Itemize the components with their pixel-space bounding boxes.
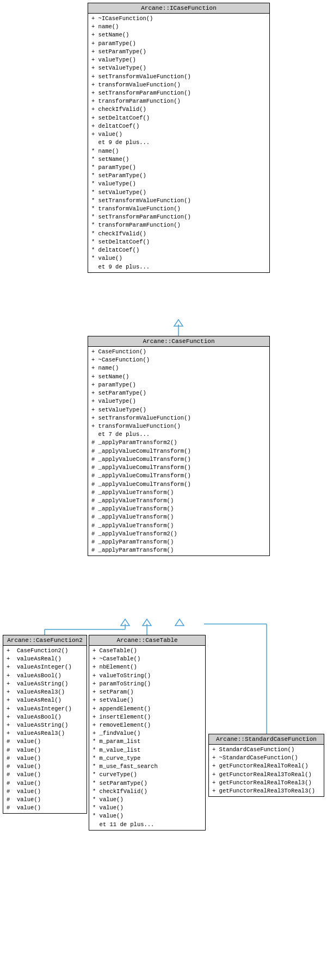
icase-member-12: + setDeltatCoef() — [91, 114, 266, 122]
case-table-title: Arcane::CaseTable — [89, 635, 205, 646]
case-function-title: Arcane::CaseFunction — [88, 336, 269, 347]
icase-member-13: + deltatCoef() — [91, 122, 266, 130]
cf-member-0: + CaseFunction() — [91, 348, 266, 356]
icase-member-30: et 9 de plus... — [91, 263, 266, 271]
cf-member-3: + setName() — [91, 373, 266, 381]
cf-member-23: # _applyParamTransform() — [91, 538, 266, 546]
cf-member-19: # _applyValueTransform() — [91, 505, 266, 513]
ct-member-8: + insertElement() — [92, 713, 202, 721]
icase-member-4: + setParamType() — [91, 48, 266, 56]
icase-member-19: * setParamType() — [91, 172, 266, 180]
icase-member-9: + setTransformParamFunction() — [91, 89, 266, 97]
cf-member-15: # _applyValueComulTransform() — [91, 472, 266, 480]
case-function2-box: Arcane::CaseFunction2 + CaseFunction2() … — [3, 635, 87, 814]
ct-member-21: et 11 de plus... — [92, 821, 202, 829]
icase-member-26: * checkIfValid() — [91, 230, 266, 238]
cf-member-24: # _applyParamTransform() — [91, 546, 266, 554]
cf2-member-18: # value() — [7, 796, 83, 804]
cf2-member-6: + valueAsReal() — [7, 696, 83, 704]
cf2-member-13: # value() — [7, 754, 83, 763]
ct-member-15: * curveType() — [92, 771, 202, 779]
ct-member-4: + paramToString() — [92, 680, 202, 688]
cf2-member-4: + valueAsString() — [7, 680, 83, 688]
cf-member-14: # _applyValueComulTransform() — [91, 464, 266, 472]
icase-member-5: + valueType() — [91, 56, 266, 64]
case-function2-body: + CaseFunction2() + valueAsReal() + valu… — [3, 646, 87, 813]
scf-member-5: + getFunctorRealReal3ToReal3() — [212, 787, 320, 795]
ct-member-14: * m_use_fast_search — [92, 763, 202, 771]
ct-member-19: * value() — [92, 804, 202, 812]
case-function-body: + CaseFunction() + ~CaseFunction() + nam… — [88, 347, 269, 555]
icase-member-17: * setName() — [91, 155, 266, 164]
icase-member-27: * setDeltatCoef() — [91, 238, 266, 246]
cf-member-7: + setValueType() — [91, 406, 266, 414]
cf-member-21: # _applyValueTransform() — [91, 522, 266, 530]
icase-member-11: + checkIfValid() — [91, 105, 266, 114]
cf-member-16: # _applyValueComulTransform() — [91, 480, 266, 489]
scf-member-4: + getFunctorRealRealToReal3() — [212, 779, 320, 787]
ct-member-16: * setParamType() — [92, 779, 202, 788]
case-table-body: + CaseTable() + ~CaseTable() + nbElement… — [89, 646, 205, 830]
ct-member-12: * m_value_list — [92, 746, 202, 754]
ct-member-1: + ~CaseTable() — [92, 655, 202, 663]
icase-member-16: * name() — [91, 147, 266, 155]
ct-member-17: * checkIfValid() — [92, 788, 202, 796]
ct-member-9: + removeElement() — [92, 721, 202, 729]
icase-function-box: Arcane::ICaseFunction + ~ICaseFunction()… — [88, 3, 270, 273]
standard-case-function-box: Arcane::StandardCaseFunction + StandardC… — [208, 734, 324, 797]
cf2-member-8: + valueAsBool() — [7, 713, 83, 721]
ct-member-0: + CaseTable() — [92, 647, 202, 655]
svg-marker-5 — [121, 619, 129, 626]
cf2-member-9: + valueAsString() — [7, 721, 83, 729]
cf-member-10: et 7 de plus... — [91, 430, 266, 439]
icase-member-0: + ~ICaseFunction() — [91, 15, 266, 23]
cf2-member-17: # value() — [7, 788, 83, 796]
scf-member-3: + getFunctorRealReal3ToReal() — [212, 771, 320, 779]
diagram-container: Arcane::ICaseFunction + ~ICaseFunction()… — [0, 0, 327, 980]
cf2-member-16: # value() — [7, 779, 83, 788]
icase-member-8: + transformValueFunction() — [91, 81, 266, 89]
icase-member-24: * setTransformParamFunction() — [91, 213, 266, 221]
cf-member-1: + ~CaseFunction() — [91, 356, 266, 364]
icase-member-1: + name() — [91, 23, 266, 31]
ct-member-13: * m_curve_type — [92, 754, 202, 763]
ct-member-3: + valueToString() — [92, 672, 202, 680]
cf-member-13: # _applyValueComulTransform() — [91, 455, 266, 464]
cf2-member-1: + valueAsReal() — [7, 655, 83, 663]
svg-marker-1 — [174, 320, 183, 326]
cf-member-18: # _applyValueTransform() — [91, 497, 266, 505]
cf-member-2: + name() — [91, 364, 266, 372]
cf-member-11: # _applyParamTransform2() — [91, 439, 266, 447]
ct-member-20: * value() — [92, 812, 202, 820]
scf-member-2: + getFunctorRealRealToReal() — [212, 762, 320, 770]
cf2-member-10: + valueAsReal3() — [7, 729, 83, 738]
standard-case-function-body: + StandardCaseFunction() + ~StandardCase… — [209, 745, 324, 796]
ct-member-6: + setValue() — [92, 696, 202, 704]
icase-member-28: * deltatCoef() — [91, 246, 266, 254]
cf2-member-5: + valueAsReal3() — [7, 688, 83, 696]
cf2-member-19: # value() — [7, 804, 83, 812]
icase-member-3: + paramType() — [91, 40, 266, 48]
icase-member-14: + value() — [91, 130, 266, 139]
cf2-member-3: + valueAsBool() — [7, 672, 83, 680]
case-table-box: Arcane::CaseTable + CaseTable() + ~CaseT… — [89, 635, 206, 831]
icase-function-body: + ~ICaseFunction() + name() + setName() … — [88, 14, 269, 272]
icase-member-7: + setTransformValueFunction() — [91, 73, 266, 81]
icase-member-2: + setName() — [91, 31, 266, 39]
standard-case-function-title: Arcane::StandardCaseFunction — [209, 734, 324, 745]
scf-member-0: + StandardCaseFunction() — [212, 746, 320, 754]
icase-member-22: * setTransformValueFunction() — [91, 197, 266, 205]
icase-member-23: * transformValueFunction() — [91, 205, 266, 213]
cf-member-12: # _applyValueComulTransform() — [91, 447, 266, 455]
icase-member-21: * setValueType() — [91, 189, 266, 197]
cf-member-8: + setTransformValueFunction() — [91, 414, 266, 422]
cf-member-20: # _applyValueTransform() — [91, 513, 266, 521]
icase-function-title: Arcane::ICaseFunction — [88, 3, 269, 14]
ct-member-7: + appendElement() — [92, 705, 202, 713]
cf2-member-0: + CaseFunction2() — [7, 647, 83, 655]
scf-member-1: + ~StandardCaseFunction() — [212, 754, 320, 762]
cf2-member-2: + valueAsInteger() — [7, 663, 83, 671]
svg-marker-7 — [143, 619, 151, 626]
case-function2-title: Arcane::CaseFunction2 — [3, 635, 87, 646]
svg-marker-11 — [175, 619, 184, 626]
